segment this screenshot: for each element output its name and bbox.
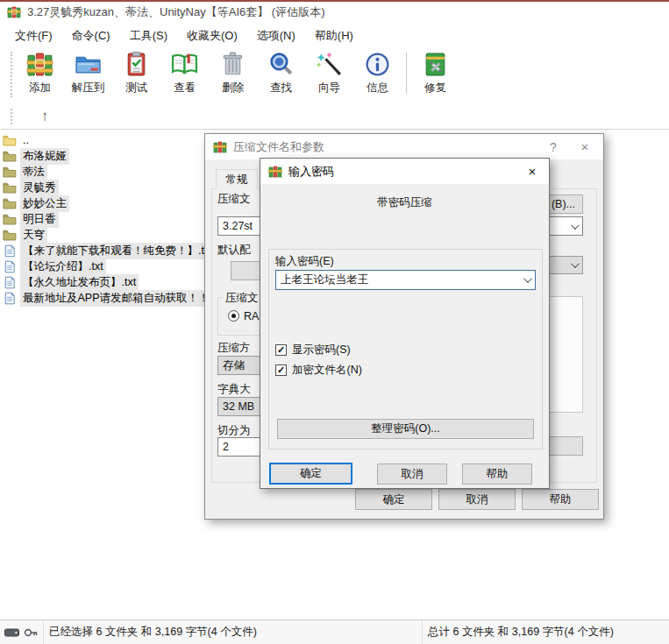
delete-trash-icon [218, 50, 247, 79]
find-magnifier-icon [267, 50, 295, 79]
password-help-button[interactable]: 帮助 [462, 464, 532, 485]
menu-options[interactable]: 选项(N) [247, 25, 305, 47]
file-name: 布洛妮娅 [20, 148, 69, 165]
status-bar: 已经选择 6 文件夹 和 3,169 字节(4 个文件) 总计 6 文件夹 和 … [0, 619, 669, 644]
folder-icon [3, 166, 17, 179]
info-button[interactable]: 信息 [353, 48, 402, 96]
window-title: 3.27灵毓秀kuzan、蒂法、UnityNay【等AI6套】 (评估版本) [27, 4, 325, 20]
file-name: 【来了就能下载和观看！纯免费！】.txt [20, 243, 216, 259]
organize-passwords-button[interactable]: 整理密码(O)... [277, 419, 534, 439]
password-dialog-title: 输入密码 [288, 164, 334, 180]
password-dialog: 输入密码 × 带密码压缩 输入密码(E) 上老王论坛当老王 显示密码(S) 加密… [260, 158, 550, 489]
folder-icon [3, 134, 17, 147]
winrar-window: 3.27灵毓秀kuzan、蒂法、UnityNay【等AI6套】 (评估版本) 文… [0, 0, 669, 644]
default-profile-label: 默认配 [217, 243, 251, 258]
statusbar-selected-info: 已经选择 6 文件夹 和 3,169 字节(4 个文件) [44, 620, 423, 644]
help-label: 帮助 [487, 467, 509, 482]
archive-ok-button[interactable]: 确定 [355, 489, 432, 510]
wizard-button[interactable]: 向导 [305, 48, 353, 96]
winrar-logo-icon [268, 165, 282, 179]
ok-label: 确定 [383, 492, 405, 507]
menu-tools[interactable]: 工具(S) [120, 25, 177, 47]
repair-book-icon [421, 50, 450, 79]
chevron-down-icon [523, 274, 532, 283]
extract-to-button[interactable]: 解压到 [64, 48, 112, 96]
file-name: 妙妙公主 [20, 195, 69, 212]
archive-help-button[interactable]: 帮助 [522, 489, 599, 510]
view-button[interactable]: 查看 [160, 48, 209, 96]
tab-general[interactable]: 常规 [216, 169, 258, 189]
password-dialog-titlebar: 输入密码 [260, 159, 549, 184]
password-ok-button[interactable]: 确定 [269, 463, 352, 485]
winrar-logo-icon [7, 5, 21, 19]
encrypt-names-label: 加密文件名(N) [292, 363, 362, 378]
test-clipboard-icon [122, 50, 151, 79]
organize-passwords-label: 整理密码(O)... [371, 421, 439, 436]
archive-cancel-button[interactable]: 取消 [438, 489, 516, 510]
folder-icon [3, 197, 17, 210]
view-book-icon [170, 50, 199, 79]
repair-button[interactable]: 修复 [411, 48, 459, 96]
dictionary-size-label: 字典大 [217, 382, 251, 397]
menu-favorites[interactable]: 收藏夹(O) [177, 25, 247, 47]
file-name: 灵毓秀 [20, 180, 59, 196]
folder-icon [3, 213, 17, 226]
toolbar: 添加 解压到 测试 [0, 48, 669, 104]
show-password-checkbox[interactable]: 显示密码(S) [275, 343, 351, 357]
address-row: ↑ [0, 104, 669, 129]
find-button[interactable]: 查找 [257, 48, 305, 96]
drive-icon[interactable] [4, 627, 19, 638]
file-name: 明日香 [20, 211, 59, 228]
file-name: 天穹 [20, 227, 47, 244]
help-label: 帮助 [550, 492, 572, 507]
menubar: 文件(F) 命令(C) 工具(S) 收藏夹(O) 选项(N) 帮助(H) [0, 24, 669, 47]
test-button[interactable]: 测试 [112, 48, 160, 96]
text-file-icon [3, 276, 17, 289]
winrar-logo-icon [213, 140, 227, 154]
dialog-help-button[interactable]: ? [538, 134, 568, 159]
password-cancel-button[interactable]: 取消 [377, 464, 447, 485]
file-name: 蒂法 [20, 164, 47, 180]
browse-button-label: (B)... [552, 198, 575, 210]
cancel-label: 取消 [402, 467, 423, 482]
key-icon[interactable] [24, 626, 38, 639]
menu-file[interactable]: 文件(F) [5, 25, 62, 47]
archive-name-value: 3.27st [223, 220, 253, 232]
file-name: 【论坛介绍】.txt [20, 258, 106, 275]
compression-method-value: 存储 [223, 358, 245, 373]
menu-commands[interactable]: 命令(C) [62, 25, 120, 47]
password-label: 输入密码(E) [275, 254, 334, 269]
dictionary-size-value: 32 MB [223, 400, 254, 413]
toolbar-gripper[interactable] [11, 52, 12, 97]
password-close-icon[interactable]: × [517, 159, 547, 184]
titlebar: 3.27灵毓秀kuzan、蒂法、UnityNay【等AI6套】 (评估版本) [0, 2, 669, 23]
menu-help[interactable]: 帮助(H) [305, 25, 363, 47]
address-gripper[interactable] [11, 109, 12, 124]
add-button[interactable]: 添加 [16, 48, 64, 96]
rar-radio-label: RA [244, 310, 259, 322]
wizard-wand-icon [315, 50, 344, 79]
password-combobox[interactable]: 上老王论坛当老王 [275, 270, 536, 290]
toolbar-separator [406, 52, 407, 94]
file-name: 【永久地址发布页】.txt [20, 274, 139, 291]
split-volumes-label: 切分为 [217, 423, 251, 438]
dialog-close-icon[interactable]: × [570, 134, 600, 159]
folder-icon [3, 229, 17, 242]
archive-name-label: 压缩文 [217, 192, 251, 207]
ok-label: 确定 [300, 466, 322, 481]
checkbox-icon [275, 364, 287, 376]
show-password-label: 显示密码(S) [292, 343, 351, 357]
delete-button[interactable]: 删除 [209, 48, 257, 96]
file-name: 最新地址及APP请发邮箱自动获取！！！. [20, 290, 226, 307]
folder-icon [3, 150, 17, 163]
rar-radio[interactable] [228, 310, 239, 322]
encrypt-names-checkbox[interactable]: 加密文件名(N) [275, 363, 362, 378]
password-heading: 带密码压缩 [260, 195, 549, 210]
checkbox-icon [275, 344, 287, 356]
statusbar-icons [0, 620, 44, 644]
add-archive-icon [25, 50, 54, 79]
up-directory-button[interactable]: ↑ [32, 107, 58, 126]
split-volumes-value: 2 [223, 441, 229, 453]
archive-format-group-label: 压缩文 [223, 291, 261, 306]
folder-icon [3, 181, 17, 195]
